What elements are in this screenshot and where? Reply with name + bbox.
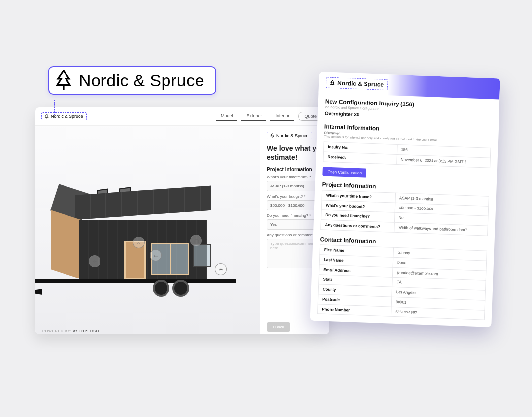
configurator-header: Nordic & Spruce Model Exterior Interior … (35, 107, 329, 126)
hotspot-icon[interactable]: ☀ (215, 263, 227, 275)
timeframe-select[interactable]: ASAP (1-3 months) (267, 181, 322, 191)
configurator-window: Nordic & Spruce Model Exterior Interior … (35, 107, 329, 334)
tab-interior[interactable]: Interior (270, 111, 294, 121)
connector-line (212, 85, 325, 85)
connector-line (281, 85, 281, 149)
open-configuration-button[interactable]: Open Configuration (322, 167, 366, 177)
form-brand-chip: Nordic & Spruce (267, 132, 312, 139)
powered-by: POWERED BY: at TOPEDSO (42, 329, 99, 333)
hotspot-icon[interactable]: ▢ (190, 235, 202, 246)
inquiry-brand-chip: Nordic & Spruce (326, 77, 388, 91)
tree-icon (45, 114, 49, 119)
3d-viewport[interactable]: ✧ ⌂ ▭ ▢ ☀ POWERED BY: at TOPEDSO (35, 126, 260, 334)
brand-callout: Nordic & Spruce (48, 66, 216, 95)
back-button[interactable]: ‹ Back (267, 322, 290, 332)
brand-label: Nordic & Spruce (51, 114, 83, 119)
internal-info-table: Inquiry No:156 Received:November 6, 2024… (323, 141, 491, 168)
form-section-header: Project Information (267, 167, 322, 172)
contact-info-table: First NameJohnny Last NameDooo Email Add… (317, 244, 487, 320)
connector-line (54, 100, 55, 115)
hotspot-icon[interactable]: ⌂ (133, 237, 145, 248)
project-info-table: What's your time frame?ASAP (1-3 months)… (320, 190, 489, 236)
configurator-brand-chip: Nordic & Spruce (41, 112, 87, 120)
tab-model[interactable]: Model (216, 111, 238, 121)
budget-label: What's your budget? * (267, 194, 322, 199)
hotspot-icon[interactable]: ▭ (150, 249, 162, 261)
inquiry-card: Nordic & Spruce New Configuration Inquir… (310, 72, 500, 327)
tree-icon (55, 70, 72, 91)
tab-exterior[interactable]: Exterior (241, 111, 266, 121)
tree-icon (270, 133, 274, 138)
tiny-house-render: ✧ ⌂ ▭ ▢ ☀ (69, 173, 222, 306)
form-title: We love what you estimate! (267, 144, 322, 162)
configurator-tabs: Model Exterior Interior Quote (216, 111, 323, 121)
hotspot-icon[interactable]: ✧ (89, 255, 100, 267)
tree-icon (330, 79, 335, 86)
timeframe-label: What's your timeframe? * (267, 175, 322, 179)
brand-name: Nordic & Spruce (79, 71, 204, 90)
